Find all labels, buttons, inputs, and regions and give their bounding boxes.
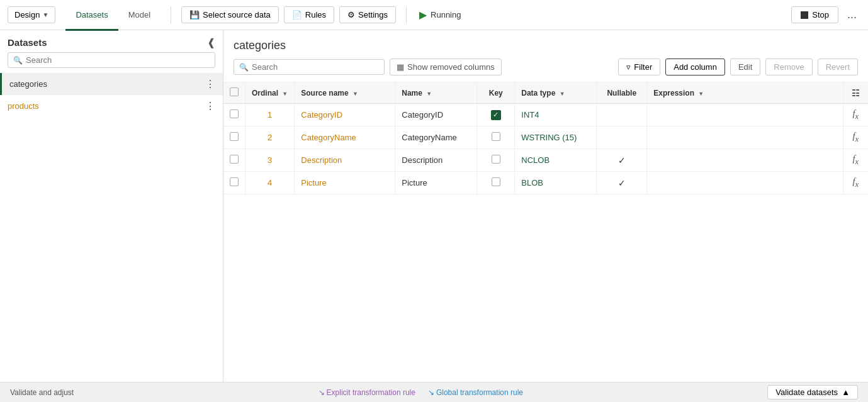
validate-adjust-label: Validate and adjust bbox=[10, 388, 74, 397]
table-row: 1 CategoryID CategoryID ✓ INT4 fx bbox=[223, 104, 868, 126]
row-datatype: BLOB bbox=[515, 172, 597, 194]
col-header-datatype: Data type ▼ bbox=[515, 82, 597, 104]
chevron-down-icon: ▼ bbox=[42, 11, 48, 18]
row-key bbox=[477, 172, 515, 194]
content-toolbar: 🔍 ▦ Show removed columns ▿ Filter Add co… bbox=[223, 59, 868, 82]
sidebar-list: categories ⋮ products ⋮ bbox=[0, 73, 223, 382]
search-icon: 🔍 bbox=[239, 63, 249, 72]
settings-button[interactable]: ⚙ Settings bbox=[339, 6, 396, 23]
col-header-ordinal: Ordinal ▼ bbox=[245, 82, 295, 104]
row-name: Description bbox=[395, 149, 477, 172]
col-header-expression: Expression ▼ bbox=[647, 82, 843, 104]
global-arrow-icon: ↘ bbox=[428, 388, 434, 397]
table-row: 3 Description Description NCLOB ✓ fx bbox=[223, 149, 868, 172]
data-table: Ordinal ▼ Source name ▼ Name ▼ Key bbox=[223, 82, 868, 194]
nav-tabs: Datasets Model bbox=[65, 0, 161, 30]
row-fx-button[interactable]: fx bbox=[843, 149, 868, 172]
col-header-name: Name ▼ bbox=[395, 82, 477, 104]
row-checkbox-cell bbox=[223, 126, 245, 149]
design-button[interactable]: Design ▼ bbox=[8, 6, 55, 23]
col-header-source-name: Source name ▼ bbox=[295, 82, 395, 104]
sidebar-item-menu-button[interactable]: ⋮ bbox=[205, 100, 215, 112]
row-source-name: Picture bbox=[295, 172, 395, 194]
sidebar-item-label[interactable]: products bbox=[8, 101, 39, 111]
row-source-name: Description bbox=[295, 149, 395, 172]
row-expression bbox=[647, 172, 843, 194]
row-ordinal: 3 bbox=[245, 149, 295, 172]
content-search-box[interactable]: 🔍 bbox=[234, 59, 385, 75]
sidebar-search-box[interactable]: 🔍 bbox=[8, 52, 215, 68]
stop-button[interactable]: Stop bbox=[791, 6, 838, 23]
row-checkbox[interactable] bbox=[230, 109, 239, 118]
header-checkbox[interactable] bbox=[230, 87, 239, 96]
explicit-transform-link[interactable]: ↘ Explicit transformation rule bbox=[318, 388, 415, 397]
bottom-bar: Validate and adjust ↘ Explicit transform… bbox=[0, 382, 868, 402]
row-key bbox=[477, 126, 515, 149]
row-fx-button[interactable]: fx bbox=[843, 126, 868, 149]
global-transform-link[interactable]: ↘ Global transformation rule bbox=[428, 388, 523, 397]
row-ordinal: 1 bbox=[245, 104, 295, 126]
datatype-filter-icon[interactable]: ▼ bbox=[560, 91, 565, 97]
content-header: categories bbox=[223, 30, 868, 59]
ordinal-filter-icon[interactable]: ▼ bbox=[282, 91, 288, 97]
data-table-container: Ordinal ▼ Source name ▼ Name ▼ Key bbox=[223, 82, 868, 382]
row-key bbox=[477, 149, 515, 172]
row-checkbox[interactable] bbox=[230, 132, 239, 141]
validate-datasets-button[interactable]: Validate datasets ▲ bbox=[767, 385, 858, 399]
sidebar-search-input[interactable] bbox=[26, 55, 210, 65]
tab-datasets[interactable]: Datasets bbox=[65, 1, 118, 31]
col-header-actions: ☷ bbox=[843, 82, 868, 104]
sidebar-item-categories[interactable]: categories ⋮ bbox=[0, 73, 223, 95]
bottom-links: ↘ Explicit transformation rule ↘ Global … bbox=[318, 388, 523, 397]
sidebar-item-products[interactable]: products ⋮ bbox=[0, 95, 223, 117]
row-datatype: WSTRING (15) bbox=[515, 126, 597, 149]
content-area: categories 🔍 ▦ Show removed columns ▿ Fi… bbox=[223, 30, 868, 382]
revert-button[interactable]: Revert bbox=[818, 59, 858, 75]
row-fx-button[interactable]: fx bbox=[843, 172, 868, 194]
sidebar-item-menu-button[interactable]: ⋮ bbox=[205, 78, 215, 90]
row-name: CategoryName bbox=[395, 126, 477, 149]
expression-filter-icon[interactable]: ▼ bbox=[698, 91, 704, 97]
more-button[interactable]: ... bbox=[843, 6, 860, 24]
row-nullable bbox=[597, 104, 647, 126]
db-icon: 💾 bbox=[189, 10, 200, 20]
sidebar: Datasets ❰ 🔍 categories ⋮ products ⋮ bbox=[0, 30, 223, 382]
separator bbox=[171, 6, 171, 24]
filter-icon: ▿ bbox=[626, 62, 631, 72]
row-source-name: CategoryName bbox=[295, 126, 395, 149]
key-unchecked[interactable] bbox=[492, 177, 500, 186]
row-nullable bbox=[597, 126, 647, 149]
name-filter-icon[interactable]: ▼ bbox=[426, 91, 432, 97]
run-icon: ▶ bbox=[419, 9, 427, 21]
row-datatype: NCLOB bbox=[515, 149, 597, 172]
edit-button[interactable]: Edit bbox=[730, 59, 760, 75]
key-unchecked[interactable] bbox=[492, 132, 500, 141]
row-name: CategoryID bbox=[395, 104, 477, 126]
grid-config-icon[interactable]: ☷ bbox=[852, 88, 860, 98]
table-row: 2 CategoryName CategoryName WSTRING (15)… bbox=[223, 126, 868, 149]
tab-model[interactable]: Model bbox=[118, 1, 161, 31]
row-source-name: CategoryID bbox=[295, 104, 395, 126]
row-checkbox[interactable] bbox=[230, 155, 239, 164]
nullable-check: ✓ bbox=[618, 178, 626, 188]
rules-button[interactable]: 📄 Rules bbox=[284, 6, 334, 23]
select-source-button[interactable]: 💾 Select source data bbox=[181, 6, 279, 23]
table-row: 4 Picture Picture BLOB ✓ fx bbox=[223, 172, 868, 194]
row-checkbox-cell bbox=[223, 104, 245, 126]
filter-button[interactable]: ▿ Filter bbox=[618, 59, 660, 75]
remove-button[interactable]: Remove bbox=[765, 59, 812, 75]
add-column-button[interactable]: Add column bbox=[665, 59, 725, 75]
row-fx-button[interactable]: fx bbox=[843, 104, 868, 126]
key-unchecked[interactable] bbox=[492, 155, 500, 164]
collapse-sidebar-button[interactable]: ❰ bbox=[207, 36, 215, 48]
row-checkbox[interactable] bbox=[230, 177, 239, 186]
source-filter-icon[interactable]: ▼ bbox=[352, 91, 358, 97]
row-ordinal: 4 bbox=[245, 172, 295, 194]
running-status: ▶ Running bbox=[419, 9, 461, 21]
explicit-arrow-icon: ↘ bbox=[318, 388, 325, 397]
row-checkbox-cell bbox=[223, 172, 245, 194]
content-search-input[interactable] bbox=[252, 62, 379, 72]
rules-icon: 📄 bbox=[292, 10, 302, 20]
gear-icon: ⚙ bbox=[347, 10, 355, 20]
show-removed-button[interactable]: ▦ Show removed columns bbox=[390, 59, 502, 75]
